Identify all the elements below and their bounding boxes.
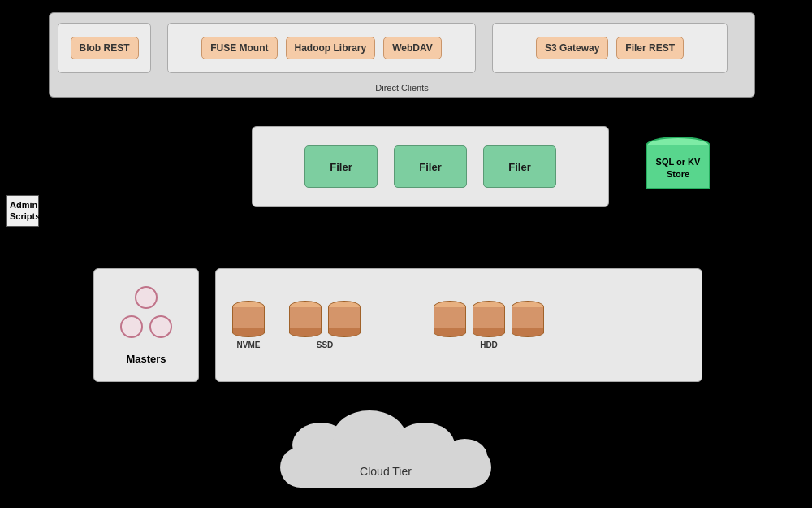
master-circle-left xyxy=(120,315,143,338)
drum-bottom-nvme xyxy=(232,328,265,337)
masters-label: Masters xyxy=(126,353,166,365)
hdd-label: HDD xyxy=(480,341,498,350)
right-clients-group: S3 Gateway Filer REST xyxy=(492,23,728,73)
ssd-label: SSD xyxy=(317,341,334,350)
blob-rest-group: Blob REST xyxy=(58,23,151,73)
direct-clients-container: Blob REST FUSE Mount Hadoop Library WebD… xyxy=(49,12,755,98)
diagram-area: Admin Scripts Blob REST FUSE Mount Hadoo… xyxy=(0,0,812,508)
ssd-drum-shape-2 xyxy=(328,301,361,337)
hdd-drum-2 xyxy=(473,301,505,337)
blob-rest-box: Blob REST xyxy=(71,37,139,59)
filer-box-1: Filer xyxy=(304,145,378,188)
ssd-drum-2 xyxy=(328,301,361,337)
filer-container: Filer Filer Filer xyxy=(252,126,609,207)
drum-bottom-hdd3 xyxy=(512,328,544,337)
hdd-row xyxy=(434,301,544,337)
webdav-box: WebDAV xyxy=(383,37,442,59)
sql-kv-cylinder: SQL or KVStore xyxy=(646,137,710,198)
direct-clients-label: Direct Clients xyxy=(375,83,428,93)
nvme-drum xyxy=(232,301,265,337)
storage-container: NVME S xyxy=(215,268,702,382)
s3-gateway-box: S3 Gateway xyxy=(536,37,608,59)
drum-bottom-hdd2 xyxy=(473,328,505,337)
hdd-group: HDD xyxy=(434,301,544,350)
admin-scripts-label: Admin Scripts xyxy=(6,195,39,227)
ssd-drum-shape-1 xyxy=(289,301,322,337)
drum-bottom-ssd1 xyxy=(289,328,322,337)
ssd-drum-1 xyxy=(289,301,322,337)
middle-clients-group: FUSE Mount Hadoop Library WebDAV xyxy=(167,23,476,73)
hadoop-library-box: Hadoop Library xyxy=(286,37,376,59)
sql-kv-label: SQL or KVStore xyxy=(656,156,701,180)
cloud-tier-label: Cloud Tier xyxy=(360,465,412,478)
drum-bottom-ssd2 xyxy=(328,328,361,337)
nvme-group: NVME xyxy=(232,301,265,350)
hdd-drum-shape-2 xyxy=(473,301,505,337)
cylinder-body: SQL or KVStore xyxy=(646,145,710,189)
cloud-shape: Cloud Tier xyxy=(264,423,508,488)
nvme-drum-shape xyxy=(232,301,265,337)
cloud-tier-container: Cloud Tier xyxy=(244,419,528,492)
sql-kv-container: SQL or KVStore xyxy=(641,134,715,199)
hdd-drum-1 xyxy=(434,301,466,337)
hdd-drum-shape-3 xyxy=(512,301,544,337)
filer-box-3: Filer xyxy=(483,145,556,188)
masters-circles xyxy=(120,286,172,338)
hdd-drum-shape-1 xyxy=(434,301,466,337)
masters-container: Masters xyxy=(93,268,199,382)
filer-rest-box: Filer REST xyxy=(616,37,684,59)
filer-box-2: Filer xyxy=(394,145,467,188)
fuse-mount-box: FUSE Mount xyxy=(201,37,277,59)
ssd-group: SSD xyxy=(289,301,361,350)
master-circle-right xyxy=(149,315,172,338)
master-circle-top xyxy=(135,286,158,309)
drum-bottom-hdd1 xyxy=(434,328,466,337)
hdd-drum-3 xyxy=(512,301,544,337)
nvme-label: NVME xyxy=(237,341,261,350)
ssd-row xyxy=(289,301,361,337)
